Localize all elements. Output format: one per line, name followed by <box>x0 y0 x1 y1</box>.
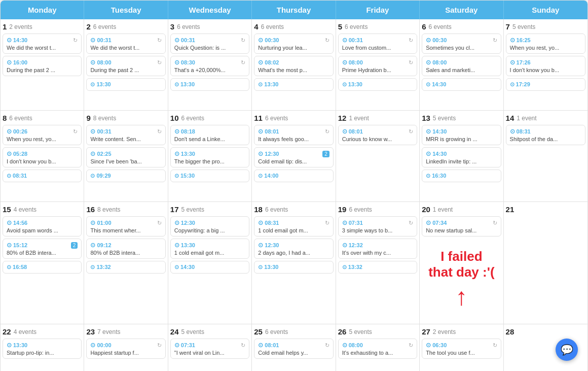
time-text: 08:00 <box>349 59 363 65</box>
time-text: 08:00 <box>432 59 447 65</box>
event-time: ⊙07:31 <box>174 342 195 349</box>
header-day-wednesday: Wednesday <box>168 1 252 19</box>
more-event-card[interactable]: ⊙ 16:30 <box>422 170 501 182</box>
day-number-12: 12 <box>338 114 347 122</box>
event-card[interactable]: ⊙05:28I don't know you b... <box>3 147 82 167</box>
day-header-24: 245 events <box>170 327 249 336</box>
event-card[interactable]: ⊙08:18Don't send a Linke... <box>170 125 249 145</box>
event-card[interactable]: ⊙08:31↻1 cold email got m... <box>254 216 333 237</box>
event-card[interactable]: ⊙12:30Copywriting: a big ... <box>170 216 249 237</box>
event-card[interactable]: ⊙08:02What's the most p... <box>254 56 333 76</box>
event-card[interactable]: ⊙06:30↻The tool you use f... <box>422 339 501 359</box>
event-time-row: ⊙00:26↻ <box>7 128 78 135</box>
event-time: ⊙09:12 <box>90 242 111 249</box>
check-icon: ⊙ <box>7 242 12 249</box>
day-cell-14: 141 event⊙08:31Shitpost of the da... <box>504 111 587 202</box>
more-event-card[interactable]: ⊙ 14:00 <box>254 170 333 182</box>
event-card[interactable]: ⊙17:26I don't know you b... <box>506 56 585 76</box>
event-card[interactable]: ⊙02:25Since I've been 'ba... <box>86 147 165 167</box>
day-header-7: 75 events <box>506 22 585 31</box>
event-card[interactable]: ⊙01:00↻This moment wher... <box>86 216 165 237</box>
more-event-card[interactable]: ⊙ 13:30 <box>86 78 165 91</box>
event-time: ⊙00:31 <box>342 37 363 44</box>
event-card[interactable]: ⊙00:26↻When you rest, yo... <box>3 125 82 145</box>
event-card[interactable]: ⊙00:31↻Write content. Sen... <box>86 125 165 145</box>
day-number-26: 26 <box>338 327 347 336</box>
event-card[interactable]: ⊙08:01↻Cold email helps y... <box>254 339 333 359</box>
event-time-row: ⊙08:00↻ <box>342 59 413 66</box>
event-card[interactable]: ⊙09:1280% of B2B intera... <box>86 239 165 259</box>
event-time: ⊙14:30 <box>426 128 447 135</box>
day-header-27: 272 events <box>422 327 501 336</box>
more-event-card[interactable]: ⊙ 13:30 <box>338 78 417 91</box>
event-card[interactable]: ⊙08:01↻It always feels goo... <box>254 125 333 145</box>
more-event-card[interactable]: ⊙ 17:29 <box>506 78 585 91</box>
check-icon: ⊙ <box>426 150 431 157</box>
event-card[interactable]: ⊙07:31↻"I went viral on Lin... <box>170 339 249 359</box>
failed-message: I failed that day :'(↑ <box>422 239 501 321</box>
event-text: Prime Hydration b... <box>342 67 413 73</box>
event-time: ⊙14:56 <box>7 219 27 226</box>
event-card[interactable]: ⊙14:30↻We did the worst t... <box>3 33 82 54</box>
event-card[interactable]: ⊙12:302 days ago, I had a... <box>254 239 333 259</box>
day-header-4: 46 events <box>254 22 333 31</box>
event-card[interactable]: ⊙08:31Shitpost of the da... <box>506 125 585 145</box>
day-number-15: 15 <box>3 205 11 214</box>
more-event-card[interactable]: ⊙ 16:58 <box>3 261 82 274</box>
event-card[interactable]: ⊙08:00Sales and marketi... <box>422 56 501 76</box>
event-card[interactable]: ⊙13:30The bigger the pro... <box>170 147 249 167</box>
more-event-card[interactable]: ⊙ 14:30 <box>422 78 501 91</box>
event-count-9: 8 events <box>93 115 116 122</box>
event-time-row: ⊙13:30 <box>7 342 78 349</box>
event-card[interactable]: ⊙14:56Avoid spam words ... <box>3 216 82 237</box>
day-header-12: 121 event <box>338 114 417 122</box>
chat-button[interactable]: 💬 <box>556 339 578 361</box>
event-card[interactable]: ⊙08:30↻That's a +20,000%... <box>170 56 249 76</box>
event-text: 80% of B2B intera... <box>90 250 161 256</box>
more-event-card[interactable]: ⊙ 13:30 <box>254 261 333 274</box>
event-card[interactable]: ⊙12:302Cold email tip: dis... <box>254 147 333 167</box>
event-card[interactable]: ⊙12:32It's over with my c... <box>338 239 417 259</box>
event-time-row: ⊙00:31↻ <box>174 37 245 44</box>
event-card[interactable]: ⊙14:30MRR is growing in ... <box>422 125 501 145</box>
event-time-row: ⊙00:30↻ <box>258 37 329 44</box>
event-card[interactable]: ⊙13:30Startup pro-tip: in... <box>3 339 82 359</box>
event-card[interactable]: ⊙16:25When you rest, yo... <box>506 33 585 54</box>
check-icon: ⊙ <box>174 242 179 249</box>
event-time-row: ⊙08:30↻ <box>174 59 245 66</box>
more-event-card[interactable]: ⊙ 13:32 <box>86 261 165 274</box>
event-card[interactable]: ⊙08:00↻It's exhausting to a... <box>338 339 417 359</box>
more-event-card[interactable]: ⊙ 13:30 <box>170 78 249 91</box>
more-event-card[interactable]: ⊙ 15:30 <box>170 170 249 182</box>
event-text: Love from custom... <box>342 45 413 51</box>
event-card[interactable]: ⊙08:00↻Prime Hydration b... <box>338 56 417 76</box>
time-text: 02:25 <box>97 151 111 157</box>
event-card[interactable]: ⊙08:00↻During the past 2 ... <box>86 56 165 76</box>
more-event-card[interactable]: ⊙ 09:29 <box>86 170 165 182</box>
repeat-icon: ↻ <box>157 128 162 135</box>
day-cell-3: 36 events⊙00:31↻Quick Question: is ...⊙0… <box>168 19 252 111</box>
event-count-24: 5 events <box>181 328 204 335</box>
repeat-icon: ↻ <box>409 37 413 44</box>
more-event-card[interactable]: ⊙ 13:30 <box>254 78 333 91</box>
event-card[interactable]: ⊙00:00↻Happiest startup f... <box>86 339 165 359</box>
more-event-card[interactable]: ⊙ 14:30 <box>170 261 249 274</box>
event-card[interactable]: ⊙08:01↻Curious to know w... <box>338 125 417 145</box>
more-event-card[interactable]: ⊙ 08:31 <box>3 170 82 182</box>
event-count-10: 6 events <box>181 115 204 122</box>
more-event-card[interactable]: ⊙ 13:32 <box>338 261 417 274</box>
event-card[interactable]: ⊙00:30↻Nurturing your lea... <box>254 33 333 54</box>
event-card[interactable]: ⊙07:31↻3 simple ways to b... <box>338 216 417 237</box>
event-count-27: 2 events <box>433 328 456 335</box>
event-card[interactable]: ⊙00:31↻We did the worst t... <box>86 33 165 54</box>
event-card[interactable]: ⊙16:00During the past 2 ... <box>3 56 82 76</box>
event-card[interactable]: ⊙14:30LinkedIn invite tip: ... <box>422 147 501 167</box>
event-card[interactable]: ⊙15:12280% of B2B intera... <box>3 239 82 259</box>
day-number-20: 20 <box>422 205 430 214</box>
event-card[interactable]: ⊙13:301 cold email got m... <box>170 239 249 259</box>
event-card[interactable]: ⊙00:31↻Quick Question: is ... <box>170 33 249 54</box>
event-time: ⊙08:31 <box>258 219 279 226</box>
event-card[interactable]: ⊙00:31↻Love from custom... <box>338 33 417 54</box>
event-card[interactable]: ⊙00:30↻Sometimes you cl... <box>422 33 501 54</box>
event-card[interactable]: ⊙07:34↻No new startup sal... <box>422 216 501 237</box>
